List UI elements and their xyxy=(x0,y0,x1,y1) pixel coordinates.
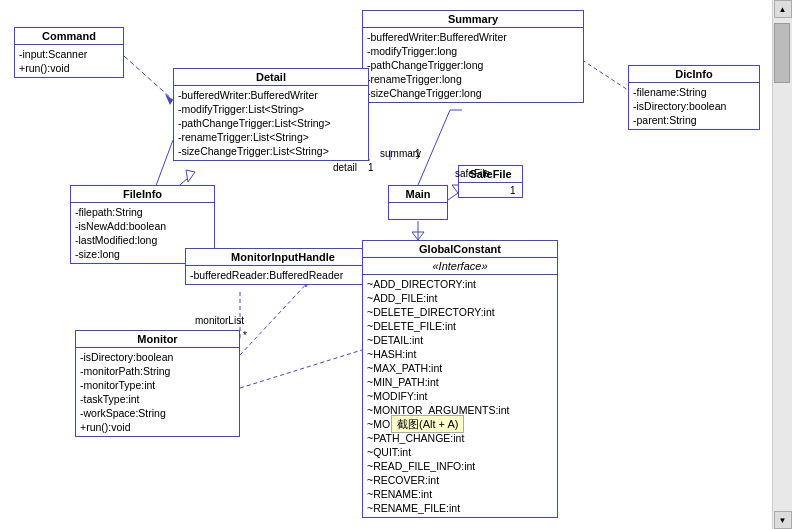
globalconstant-class: GlobalConstant «Interface» ~ADD_DIRECTOR… xyxy=(362,240,558,518)
monitor-body: -isDirectory:boolean -monitorPath:String… xyxy=(76,348,239,436)
scrollbar-track xyxy=(773,18,792,511)
svg-line-5 xyxy=(582,60,628,90)
svg-marker-19 xyxy=(186,170,195,182)
main-1-label: 1 xyxy=(510,185,516,196)
svg-line-0 xyxy=(124,56,173,100)
summary-1-label: 1 xyxy=(415,148,421,159)
scroll-up-button[interactable]: ▲ xyxy=(774,0,792,18)
monitorinputhandle-body: -bufferedReader:BufferedReader xyxy=(186,266,380,284)
svg-line-8 xyxy=(418,110,450,185)
monitor-title: Monitor xyxy=(76,331,239,348)
main-class: Main xyxy=(388,185,448,220)
tooltip-box: 截图(Alt + A) xyxy=(391,415,464,433)
main-body xyxy=(389,203,447,219)
svg-line-16 xyxy=(240,280,310,355)
scroll-down-button[interactable]: ▼ xyxy=(774,511,792,529)
main-title: Main xyxy=(389,186,447,203)
summary-title: Summary xyxy=(363,11,583,28)
detail-title: Detail xyxy=(174,69,368,86)
monitorinputhandle-title: MonitorInputHandle xyxy=(186,249,380,266)
fileinfo-title: FileInfo xyxy=(71,186,214,203)
command-class: Command -input:Scanner +run():void xyxy=(14,27,124,78)
summary-body: -bufferedWriter:BufferedWriter -modifyTr… xyxy=(363,28,583,102)
globalconstant-subtitle: «Interface» xyxy=(363,258,557,275)
safefile-label: safeFile xyxy=(455,168,490,179)
detail-1-label: 1 xyxy=(368,162,374,173)
monitor-class: Monitor -isDirectory:boolean -monitorPat… xyxy=(75,330,240,437)
monitorinputhandle-class: MonitorInputHandle -bufferedReader:Buffe… xyxy=(185,248,381,285)
svg-line-10 xyxy=(448,193,458,200)
star-label: * xyxy=(243,330,247,341)
dicinfo-title: DicInfo xyxy=(629,66,759,83)
globalconstant-body: ~ADD_DIRECTORY:int ~ADD_FILE:int ~DELETE… xyxy=(363,275,557,517)
monitorlist-label: monitorList xyxy=(195,315,244,326)
scrollbar-thumb[interactable] xyxy=(774,23,790,83)
svg-marker-1 xyxy=(165,94,173,105)
detail-label: detail xyxy=(333,162,357,173)
scrollbar-right[interactable]: ▲ ▼ xyxy=(772,0,792,529)
globalconstant-title: GlobalConstant xyxy=(363,241,557,258)
summary-class: Summary -bufferedWriter:BufferedWriter -… xyxy=(362,10,584,103)
diagram-area: Command -input:Scanner +run():void Summa… xyxy=(0,0,772,529)
detail-body: -bufferedWriter:BufferedWriter -modifyTr… xyxy=(174,86,368,160)
detail-class: Detail -bufferedWriter:BufferedWriter -m… xyxy=(173,68,369,161)
svg-line-15 xyxy=(240,350,362,388)
dicinfo-class: DicInfo -filename:String -isDirectory:bo… xyxy=(628,65,760,130)
command-title: Command xyxy=(15,28,123,45)
command-body: -input:Scanner +run():void xyxy=(15,45,123,77)
dicinfo-body: -filename:String -isDirectory:boolean -p… xyxy=(629,83,759,129)
svg-marker-13 xyxy=(412,232,424,240)
